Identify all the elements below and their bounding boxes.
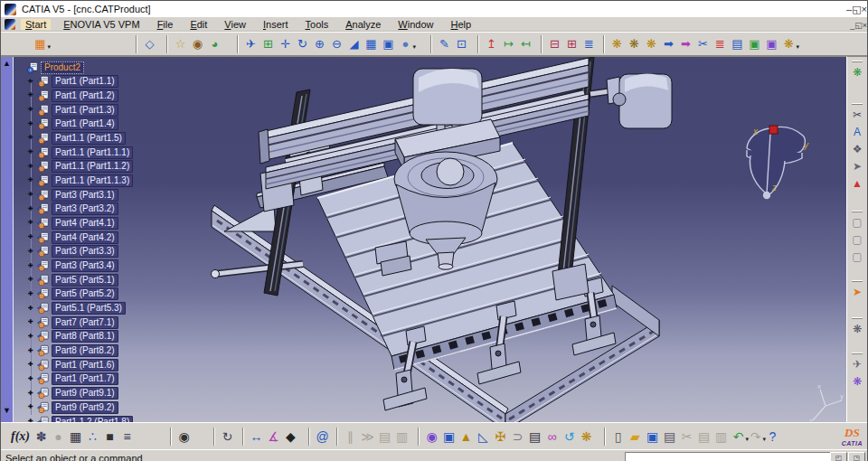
tree-item[interactable]: ✚Part3 (Part3.4) [13,259,118,273]
dropdown-caret-icon[interactable]: ▾ [412,38,416,56]
tree-expand-icon[interactable]: ✚ [26,333,35,340]
doc-state-icon[interactable]: ◰ [830,452,847,461]
tree-item[interactable]: ✚Part3 (Part3.2) [13,202,118,216]
fx-formula-icon[interactable]: f(x) [8,426,33,447]
tree-expand-icon[interactable]: ✚ [26,305,35,312]
toolbar-drag-handle[interactable] [852,353,863,354]
knowledge-bubble-icon[interactable]: ✽ [33,426,50,447]
workbench-pad-icon[interactable]: ◇ [141,35,158,53]
tree-scroll-down-icon[interactable]: ▼ [2,406,12,415]
tree-expand-icon[interactable]: ✚ [26,248,35,255]
check-out-icon[interactable]: ↦ [500,35,517,53]
tree-item[interactable]: ✚Part5 (Part5.1) [13,273,118,287]
dropdown-caret-icon[interactable]: ▾ [47,38,51,56]
tree-scroll-up-icon[interactable]: ▲ [2,59,12,68]
toolbar-drag-handle[interactable] [852,103,863,105]
lock-icon[interactable]: ■ [101,426,118,447]
camera-capture-icon[interactable]: ◉ [175,426,193,447]
tree-item[interactable]: ✚Part3 (Part3.1) [13,188,118,202]
menu-insert[interactable]: Insert [259,19,293,30]
tree-expand-icon[interactable]: ✚ [26,176,35,183]
relations-icon[interactable]: ∴ [84,426,101,447]
open-folder-icon[interactable]: ▰ [627,426,644,447]
tree-item[interactable]: ✚Part5.1 (Part5.3) [13,302,126,315]
window-swap-icon[interactable]: ▣ [763,35,780,53]
fit-all-icon[interactable]: ⊞ [259,35,277,53]
toolbar-drag-handle[interactable] [852,317,863,319]
tree-item[interactable]: ✚Part1 (Part1.7) [13,372,118,386]
section-fill-icon[interactable]: ▲ [848,175,866,193]
menu-window[interactable]: Window [393,19,438,30]
render-material-icon[interactable]: ◕ [206,35,223,53]
tree-expand-icon[interactable]: ✚ [26,262,35,269]
menu-analyze[interactable]: Analyze [341,19,385,30]
at-link-icon[interactable]: @ [314,426,331,447]
setsquare-icon[interactable]: ◺ [475,426,492,447]
check-in-icon[interactable]: ↥ [483,35,500,53]
session-state-icon[interactable]: ◳ [848,452,865,461]
tree-expand-icon[interactable]: ✚ [26,91,35,99]
gear-open-icon[interactable]: ❋ [643,35,660,53]
render-globe-icon[interactable]: ◉ [189,35,206,53]
tree-expand-icon[interactable]: ✚ [26,390,35,397]
copy-icon[interactable]: ▤ [695,426,712,447]
measure-between-icon[interactable]: ↔ [248,426,265,447]
section-cut-icon[interactable]: ✂ [848,107,866,124]
image-annot-icon[interactable]: ▤ [526,426,543,447]
menu-enovia-v5-vpm[interactable]: ENOVIA V5 VPM [59,19,144,30]
fly-mode-icon[interactable]: ✈ [242,35,259,53]
save-icon[interactable]: ▣ [644,426,661,447]
menu-view[interactable]: View [220,19,250,30]
menu-file[interactable]: File [153,19,178,30]
render-style-icon[interactable]: ●▾ [397,35,414,53]
arrow-3d-icon[interactable]: ➤ [848,158,866,175]
tree-expand-icon[interactable]: ✚ [26,347,35,354]
design-table-icon[interactable]: ▦ [67,426,84,447]
tree-root-item[interactable]: Product2 [13,61,84,74]
text-report-icon[interactable]: ▤ [729,35,746,53]
command-input[interactable] [625,452,831,461]
scene-box3-icon[interactable]: ▢ [848,249,866,266]
gear-save-icon[interactable]: ❋ [609,35,626,53]
tree-item[interactable]: ✚Part7 (Part7.1) [13,315,118,329]
linked-doc-icon[interactable]: ▤ [376,426,393,447]
tree-item[interactable]: ✚Part1.1 (Part1.1.2) [13,160,133,174]
measure-item-icon[interactable]: ∡ [265,426,282,447]
tree-expand-icon[interactable]: ✚ [26,148,35,155]
redo-icon[interactable]: ↷▾ [747,426,764,447]
tree-expand-icon[interactable]: ✚ [26,205,35,212]
mdi-restore-button[interactable]: ◱ [854,21,863,30]
linked-doc2-icon[interactable]: ▥ [393,426,410,447]
layers-icon[interactable]: ▣ [746,35,763,53]
catalog-grid-icon[interactable]: ▦▾ [32,35,49,53]
iso-cube-icon[interactable]: ▣ [440,426,458,447]
tree-item[interactable]: ✚Part8 (Part8.2) [13,344,118,358]
tree-item[interactable]: ✚Part3 (Part3.3) [13,245,118,259]
zoom-out-icon[interactable]: ⊖ [328,35,345,53]
multi-view-icon[interactable]: ▦ [363,35,380,53]
zoom-in-icon[interactable]: ⊕ [311,35,328,53]
scene-box-icon[interactable]: ▢ [848,214,866,231]
rule-braces-icon[interactable]: ≡ [118,426,136,447]
link-cut-icon[interactable]: ✂ [694,35,712,53]
box-rotate-icon[interactable]: ↻ [219,426,236,447]
panel-edit-icon[interactable]: ✎ [436,35,453,53]
anchor-icon[interactable]: ✠ [492,426,509,447]
view-compass[interactable]: x y z [733,114,815,204]
render-star-icon[interactable]: ☆ [172,35,189,53]
tree-item[interactable]: ✚Part1 (Part1.4) [13,118,118,131]
paperclip-icon[interactable]: ⊃ [509,426,526,447]
fly-hand-icon[interactable]: ✈ [848,356,866,373]
inertia-icon[interactable]: ◆ [282,426,299,447]
tree-expand-icon[interactable]: ✚ [26,361,35,368]
menu-start[interactable]: Start [21,19,51,30]
chain-links-icon[interactable]: ∞ [543,426,561,447]
normal-view-icon[interactable]: ◢ [345,35,363,53]
tree-item[interactable]: ✚Part1 (Part1.6) [13,358,118,372]
graph-nodes-icon[interactable]: ⊟ [546,35,563,53]
tree-expand-icon[interactable]: ✚ [26,219,35,226]
menu-tools[interactable]: Tools [301,19,334,30]
tree-item[interactable]: ✚Part9 (Part9.1) [13,387,118,400]
tree-expand-icon[interactable]: ✚ [26,403,35,410]
help-pointer-icon[interactable]: ? [764,426,781,447]
